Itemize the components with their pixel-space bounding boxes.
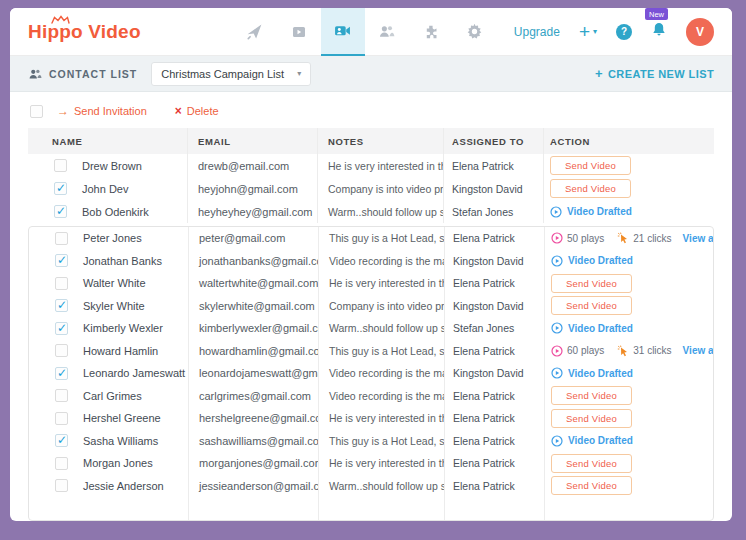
send-video-button[interactable]: Send Video bbox=[551, 454, 632, 473]
nav-settings[interactable] bbox=[453, 8, 497, 56]
contact-email: heyjohn@gmail.com bbox=[198, 183, 298, 195]
video-drafted-link[interactable]: Video Drafted bbox=[551, 322, 633, 334]
column-header-action: ACTION bbox=[544, 128, 714, 154]
bulk-actions-toolbar: → Send Invitation × Delete bbox=[28, 92, 714, 128]
create-new-list-button[interactable]: + CREATE NEW LIST bbox=[595, 66, 714, 81]
contact-email: waltertwhite@gmail.com bbox=[199, 277, 318, 289]
send-video-button[interactable]: Send Video bbox=[551, 476, 632, 495]
contact-email: sashawilliams@gmail.com bbox=[199, 435, 319, 447]
contact-email: drewb@email.com bbox=[198, 160, 289, 172]
select-all-checkbox[interactable] bbox=[30, 105, 43, 118]
video-drafted-link[interactable]: Video Drafted bbox=[551, 255, 633, 267]
contact-name: Peter Jones bbox=[83, 232, 142, 244]
row-checkbox[interactable] bbox=[55, 412, 68, 425]
send-video-button[interactable]: Send Video bbox=[551, 386, 632, 405]
contact-email: jessieanderson@gmail.com bbox=[199, 480, 319, 492]
send-video-button[interactable]: Send Video bbox=[550, 156, 631, 175]
row-checkbox[interactable] bbox=[55, 434, 68, 447]
table-row: Sasha Williams sashawilliams@gmail.com T… bbox=[29, 430, 713, 453]
nav-video-camera[interactable] bbox=[321, 8, 365, 56]
rocket-icon bbox=[246, 23, 263, 40]
contact-notes: He is very interested in the prod... bbox=[329, 412, 445, 424]
contact-name: Skyler White bbox=[83, 300, 145, 312]
row-checkbox[interactable] bbox=[55, 479, 68, 492]
contact-name: Hershel Greene bbox=[83, 412, 161, 424]
contact-name: Leonardo Jameswatt bbox=[83, 367, 185, 379]
contact-email: howardhamlin@gmail.com bbox=[199, 345, 319, 357]
content-area: → Send Invitation × Delete NAME EMAIL NO… bbox=[10, 92, 732, 521]
contact-email: hershelgreene@gmail.com bbox=[199, 412, 319, 424]
send-video-button[interactable]: Send Video bbox=[551, 274, 632, 293]
nav-launch[interactable] bbox=[233, 8, 277, 56]
avatar[interactable]: V bbox=[686, 18, 714, 46]
create-menu-button[interactable]: + ▾ bbox=[579, 21, 597, 43]
upgrade-link[interactable]: Upgrade bbox=[514, 25, 560, 39]
hippo-video-logo[interactable]: Hippo Video bbox=[28, 21, 141, 43]
table-header: NAME EMAIL NOTES ASSIGNED TO ACTION bbox=[28, 128, 714, 154]
send-video-button[interactable]: Send Video bbox=[551, 296, 632, 315]
app-window: Hippo Video Upgrade bbox=[10, 8, 732, 521]
contact-name: Bob Odenkirk bbox=[82, 206, 149, 218]
row-checkbox[interactable] bbox=[55, 232, 68, 245]
table-row: Hershel Greene hershelgreene@gmail.com H… bbox=[29, 407, 713, 430]
contact-list-bar: CONTACT LIST Christmas Campaign List ▾ +… bbox=[10, 56, 732, 92]
assigned-to: Kingston David bbox=[453, 300, 524, 312]
table-row: Jessie Anderson jessieanderson@gmail.com… bbox=[29, 475, 713, 498]
video-drafted-link[interactable]: Video Drafted bbox=[551, 367, 633, 379]
clicks-stat: 31 clicks bbox=[617, 345, 671, 357]
send-video-button[interactable]: Send Video bbox=[550, 179, 631, 198]
row-checkbox[interactable] bbox=[55, 389, 68, 402]
logo-text: Hippo Video bbox=[28, 21, 141, 42]
contact-name: Morgan Jones bbox=[83, 457, 153, 469]
nav-contacts[interactable] bbox=[365, 8, 409, 56]
table-row: Carl Grimes carlgrimes@gmail.com Video r… bbox=[29, 385, 713, 408]
table-row: Drew Brown drewb@email.com He is very in… bbox=[28, 154, 714, 177]
contact-email: morganjones@gmail.com bbox=[199, 457, 319, 469]
video-drafted-link[interactable]: Video Drafted bbox=[550, 206, 632, 218]
contact-notes: Warm..should follow up so... bbox=[329, 480, 445, 492]
assigned-to: Elena Patrick bbox=[453, 457, 515, 469]
row-checkbox[interactable] bbox=[55, 344, 68, 357]
video-player-icon bbox=[291, 24, 307, 40]
row-checkbox[interactable] bbox=[54, 205, 67, 218]
row-checkbox[interactable] bbox=[55, 277, 68, 290]
send-video-button[interactable]: Send Video bbox=[551, 409, 632, 428]
view-all-link[interactable]: View all bbox=[683, 345, 713, 356]
contact-notes: Company is into video produ.... bbox=[328, 183, 444, 195]
assigned-to: Elena Patrick bbox=[453, 390, 515, 402]
row-checkbox[interactable] bbox=[54, 182, 67, 195]
contact-email: leonardojameswatt@gmail.com bbox=[199, 367, 319, 379]
delete-x-icon: × bbox=[175, 104, 182, 118]
plus-icon: + bbox=[595, 66, 603, 81]
row-checkbox[interactable] bbox=[55, 299, 68, 312]
nav-integrations[interactable] bbox=[409, 8, 453, 56]
notifications-button[interactable]: New bbox=[651, 21, 667, 42]
delete-button[interactable]: × Delete bbox=[175, 104, 219, 118]
contact-email: heyheyhey@gmail.com bbox=[198, 206, 313, 218]
assigned-to: Kingston David bbox=[453, 367, 524, 379]
row-checkbox[interactable] bbox=[55, 367, 68, 380]
help-button[interactable]: ? bbox=[616, 24, 632, 40]
play-circle-icon bbox=[551, 232, 563, 244]
row-checkbox[interactable] bbox=[55, 322, 68, 335]
contact-list-select[interactable]: Christmas Campaign List ▾ bbox=[151, 62, 311, 86]
contact-name: Sasha Williams bbox=[83, 435, 158, 447]
contact-email: peter@gmail.com bbox=[199, 232, 285, 244]
table-row: Walter White waltertwhite@gmail.com He i… bbox=[29, 272, 713, 295]
row-checkbox[interactable] bbox=[55, 254, 68, 267]
logo-crown-icon bbox=[50, 15, 70, 24]
assigned-to: Stefan Jones bbox=[452, 206, 513, 218]
main-nav bbox=[233, 8, 497, 56]
question-icon: ? bbox=[621, 26, 627, 37]
assigned-to: Elena Patrick bbox=[453, 412, 515, 424]
nav-video-editor[interactable] bbox=[277, 8, 321, 56]
video-drafted-link[interactable]: Video Drafted bbox=[551, 435, 633, 447]
video-camera-icon bbox=[334, 22, 351, 39]
assigned-to: Kingston David bbox=[452, 183, 523, 195]
row-checkbox[interactable] bbox=[54, 159, 67, 172]
assigned-to: Elena Patrick bbox=[452, 160, 514, 172]
row-checkbox[interactable] bbox=[55, 457, 68, 470]
send-invitation-button[interactable]: → Send Invitation bbox=[57, 104, 147, 118]
view-all-link[interactable]: View all bbox=[683, 233, 713, 244]
click-cursor-icon bbox=[617, 345, 629, 357]
